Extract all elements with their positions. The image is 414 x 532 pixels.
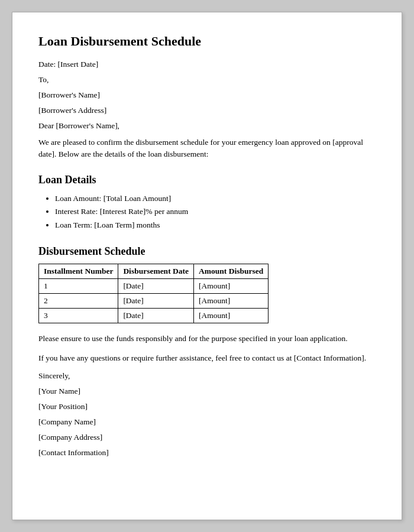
table-cell: 3 — [39, 309, 118, 323]
col-header-date: Disbursement Date — [118, 264, 194, 279]
closing: Sincerely, — [38, 371, 376, 381]
table-cell: [Date] — [118, 294, 194, 309]
company-name: [Company Name] — [38, 417, 376, 427]
table-cell: [Date] — [118, 279, 194, 294]
your-position: [Your Position] — [38, 402, 376, 411]
contact-paragraph: If you have any questions or require fur… — [38, 352, 376, 364]
disbursement-schedule-heading: Disbursement Schedule — [38, 245, 376, 258]
table-header-row: Installment Number Disbursement Date Amo… — [39, 264, 269, 279]
table-cell: [Amount] — [194, 309, 269, 323]
signature-block: Sincerely, [Your Name] [Your Position] [… — [38, 371, 376, 458]
instructions-paragraph: Please ensure to use the funds responsib… — [38, 333, 376, 345]
table-cell: [Amount] — [194, 279, 269, 294]
table-cell: [Date] — [118, 309, 194, 323]
table-row: 1[Date][Amount] — [39, 279, 269, 294]
table-row: 3[Date][Amount] — [39, 309, 269, 323]
document-title: Loan Disbursement Schedule — [38, 34, 376, 49]
loan-details-heading: Loan Details — [38, 174, 376, 186]
borrower-address: [Borrower's Address] — [38, 106, 376, 115]
table-cell: 2 — [39, 294, 118, 309]
company-address: [Company Address] — [38, 433, 376, 442]
contact-information: [Contact Information] — [38, 448, 376, 458]
table-row: 2[Date][Amount] — [39, 294, 269, 309]
borrower-name: [Borrower's Name] — [38, 90, 376, 100]
to-line: To, — [38, 75, 376, 85]
col-header-installment: Installment Number — [39, 264, 118, 279]
list-item: Loan Amount: [Total Loan Amount] — [55, 192, 376, 206]
col-header-amount: Amount Disbursed — [194, 264, 269, 279]
document-page: Loan Disbursement Schedule Date: [Insert… — [12, 12, 402, 520]
list-item: Interest Rate: [Interest Rate]% per annu… — [55, 205, 376, 219]
your-name: [Your Name] — [38, 387, 376, 396]
intro-paragraph: We are pleased to confirm the disburseme… — [38, 137, 376, 161]
salutation: Dear [Borrower's Name], — [38, 121, 376, 131]
list-item: Loan Term: [Loan Term] months — [55, 219, 376, 232]
table-cell: [Amount] — [194, 294, 269, 309]
table-cell: 1 — [39, 279, 118, 294]
table-body: 1[Date][Amount]2[Date][Amount]3[Date][Am… — [39, 279, 269, 323]
disbursement-table: Installment Number Disbursement Date Amo… — [38, 264, 269, 323]
loan-details-list: Loan Amount: [Total Loan Amount] Interes… — [55, 192, 376, 233]
date-line: Date: [Insert Date] — [38, 60, 376, 69]
